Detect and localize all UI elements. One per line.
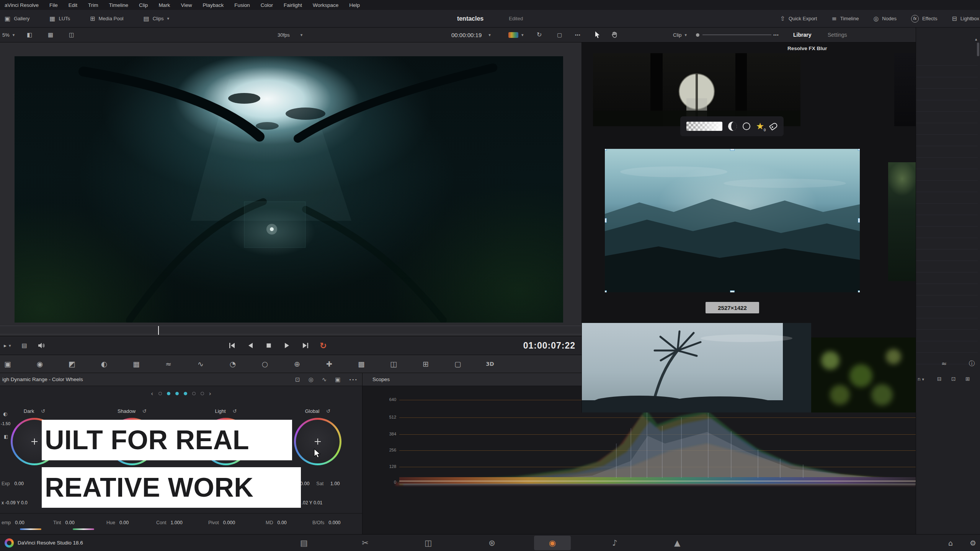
- gain-menu[interactable]: n ▾: [918, 377, 924, 382]
- thumbnail-ruins[interactable]: [593, 53, 800, 126]
- fx-list-row[interactable]: [916, 100, 978, 112]
- stop-button[interactable]: [265, 343, 273, 348]
- scopes-grid-icon[interactable]: ⊞: [965, 376, 970, 382]
- menu-trim[interactable]: Trim: [83, 2, 104, 8]
- bypass-icon[interactable]: ◎: [309, 376, 314, 383]
- tab-library[interactable]: Library: [793, 28, 811, 42]
- color-match-tool-icon[interactable]: ◩: [67, 360, 77, 368]
- menu-help[interactable]: Help: [344, 2, 365, 8]
- zone-dot[interactable]: [158, 392, 162, 395]
- viewer-timecode[interactable]: 00:00:00:19 ▾: [451, 28, 491, 42]
- fx-list-row[interactable]: [916, 123, 978, 135]
- param-temp[interactable]: emp0.00: [2, 520, 24, 525]
- thumbnail-partial-forest[interactable]: [888, 162, 916, 281]
- skip-end-button[interactable]: [301, 343, 310, 348]
- fx-list-row[interactable]: [916, 181, 978, 192]
- camera-raw-tool-icon[interactable]: ▣: [3, 360, 12, 368]
- color-wheels-tool-icon[interactable]: ◉: [35, 360, 44, 368]
- color-warper-tool-icon[interactable]: ◔: [228, 360, 237, 368]
- panel-more-menu[interactable]: •••: [349, 377, 358, 382]
- fx-list-row[interactable]: [916, 284, 978, 295]
- curve-mode-icon[interactable]: ∿: [322, 376, 327, 383]
- grid-view-icon[interactable]: ▦: [48, 28, 53, 42]
- deliver-page-icon[interactable]: ▲: [671, 535, 683, 551]
- zone-dot[interactable]: [184, 392, 187, 395]
- fairlight-page-icon[interactable]: ♪: [609, 535, 621, 551]
- param-bofs[interactable]: B/Ofs0.000: [312, 520, 341, 525]
- menu-color[interactable]: Color: [255, 2, 278, 8]
- power-window-tool-icon[interactable]: ⊕: [292, 360, 302, 368]
- panel-layout-icon[interactable]: ⊡: [295, 376, 300, 383]
- fx-list-row[interactable]: [916, 135, 978, 146]
- magic-mask-tool-icon[interactable]: ▩: [357, 360, 366, 368]
- fx-list-row[interactable]: [916, 169, 978, 181]
- skip-start-button[interactable]: [228, 343, 236, 348]
- link-scopes-icon[interactable]: ⊟: [937, 376, 942, 382]
- play-button[interactable]: [283, 343, 291, 348]
- collapse-panel-icon[interactable]: ▴: [975, 37, 977, 42]
- tag-icon[interactable]: [769, 122, 778, 131]
- circle-toggle-icon[interactable]: [743, 122, 750, 130]
- menu-file[interactable]: File: [44, 2, 63, 8]
- zoom-select[interactable]: 5% ▾: [2, 28, 15, 42]
- curves-tool-icon[interactable]: ∿: [196, 360, 205, 368]
- fx-list-row[interactable]: [916, 146, 978, 158]
- fx-list-row[interactable]: [916, 66, 978, 77]
- fx-list-row[interactable]: [916, 54, 978, 66]
- param-md[interactable]: MD0.00: [266, 520, 287, 525]
- reset-icon[interactable]: ↺: [233, 408, 237, 414]
- fx-list-row[interactable]: [916, 307, 978, 318]
- selection-handle-sw[interactable]: [605, 290, 607, 292]
- bypass-grades-icon[interactable]: ↻: [537, 28, 542, 42]
- thumbnail-bokeh[interactable]: [811, 337, 916, 412]
- dark-exposure-field[interactable]: Exp 0.00: [2, 481, 24, 486]
- qualifier-tool-icon[interactable]: ○: [260, 360, 270, 368]
- fx-list-row[interactable]: [916, 261, 978, 272]
- fx-list-row[interactable]: [916, 249, 978, 261]
- clip-options-menu[interactable]: •••: [773, 28, 779, 42]
- nav-prev-icon[interactable]: ‹: [151, 390, 153, 397]
- histogram-icon[interactable]: ≈: [941, 360, 947, 367]
- menu-clip[interactable]: Clip: [134, 2, 153, 8]
- menu-workspace[interactable]: Workspace: [307, 2, 344, 8]
- fx-list-row[interactable]: [916, 89, 978, 100]
- fx-list-row[interactable]: [916, 192, 978, 204]
- menu-davinci-resolve[interactable]: aVinci Resolve: [0, 2, 44, 8]
- viewer-canvas[interactable]: [15, 56, 563, 323]
- menu-fairlight[interactable]: Fairlight: [278, 2, 307, 8]
- motion-effects-tool-icon[interactable]: ≈: [164, 360, 173, 368]
- info-icon[interactable]: ⓘ: [969, 360, 975, 368]
- clip-zoom-slider[interactable]: [696, 28, 771, 42]
- reset-icon[interactable]: ↺: [142, 408, 147, 414]
- edit-page-icon[interactable]: ◫: [422, 535, 434, 551]
- selection-handle-ne[interactable]: [858, 149, 860, 151]
- crescent-toggle-icon[interactable]: [728, 122, 737, 131]
- fx-list-row[interactable]: [916, 272, 978, 284]
- fx-list-row[interactable]: [916, 341, 978, 353]
- stereo-3d-tool-icon[interactable]: 3D: [485, 361, 495, 367]
- slider-knob[interactable]: [696, 33, 699, 37]
- dark-xy-coords[interactable]: x -0.09 Y 0.0: [2, 500, 28, 505]
- clip-menu[interactable]: Clip ▾: [673, 28, 687, 42]
- param-tint[interactable]: Tint0.00: [53, 520, 75, 525]
- menu-mark[interactable]: Mark: [153, 2, 175, 8]
- param-hue[interactable]: Hue0.00: [106, 520, 129, 525]
- dual-view-icon[interactable]: ◫: [69, 28, 74, 42]
- settings-gear-icon[interactable]: ⚙: [970, 539, 976, 547]
- media-page-icon[interactable]: ▤: [298, 535, 310, 551]
- menu-playback[interactable]: Playback: [197, 2, 229, 8]
- timeline-panel-button[interactable]: ≡ Timeline: [831, 15, 859, 22]
- hdr-grade-tool-icon[interactable]: ◐: [100, 360, 109, 368]
- project-manager-icon[interactable]: ⌂: [948, 539, 953, 547]
- playhead[interactable]: [158, 326, 159, 335]
- selection-handle-nw[interactable]: [605, 149, 607, 151]
- selection-handle-se[interactable]: [858, 290, 860, 292]
- media-pool-button[interactable]: ⊞ Media Pool: [90, 15, 123, 22]
- hand-tool[interactable]: [611, 28, 618, 42]
- fx-list-row[interactable]: [916, 112, 978, 123]
- temp-gradient-slider[interactable]: [20, 528, 41, 530]
- fx-list-row[interactable]: [916, 353, 978, 364]
- cut-page-icon[interactable]: ✂: [359, 535, 371, 551]
- viewer-scrubber[interactable]: [0, 326, 581, 334]
- effects-panel-button[interactable]: fx Effects: [911, 15, 938, 23]
